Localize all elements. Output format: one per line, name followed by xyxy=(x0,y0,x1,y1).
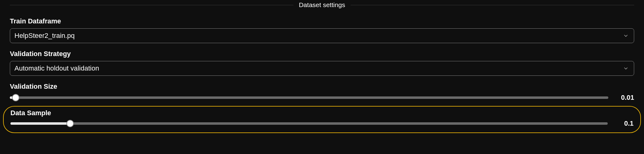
train-dataframe-label: Train Dataframe xyxy=(10,17,634,25)
data-sample-field: Data Sample 0.1 xyxy=(10,109,634,128)
data-sample-value: 0.1 xyxy=(616,120,634,128)
validation-strategy-label: Validation Strategy xyxy=(10,50,634,58)
chevron-down-icon xyxy=(623,33,629,39)
data-sample-highlight: Data Sample 0.1 xyxy=(3,106,641,133)
data-sample-slider-fill xyxy=(10,122,70,125)
validation-size-label: Validation Size xyxy=(10,83,634,91)
data-sample-slider[interactable] xyxy=(10,122,608,125)
validation-size-field: Validation Size 0.01 xyxy=(10,83,634,102)
validation-size-slider[interactable] xyxy=(10,96,608,99)
validation-strategy-field: Validation Strategy Automatic holdout va… xyxy=(10,50,634,76)
chevron-down-icon xyxy=(623,65,629,71)
data-sample-label: Data Sample xyxy=(10,109,634,117)
train-dataframe-field: Train Dataframe HelpSteer2_train.pq xyxy=(10,17,634,43)
validation-size-slider-thumb[interactable] xyxy=(12,94,19,101)
section-title: Dataset settings xyxy=(293,1,351,9)
validation-strategy-select[interactable]: Automatic holdout validation xyxy=(10,61,634,76)
validation-strategy-value: Automatic holdout validation xyxy=(14,64,99,72)
dataset-settings-panel: Dataset settings Train Dataframe HelpSte… xyxy=(0,1,644,139)
section-divider: Dataset settings xyxy=(10,1,634,9)
data-sample-slider-thumb[interactable] xyxy=(66,120,74,127)
validation-size-value: 0.01 xyxy=(617,94,634,102)
validation-size-row: 0.01 xyxy=(10,94,634,102)
data-sample-row: 0.1 xyxy=(10,120,634,128)
train-dataframe-value: HelpSteer2_train.pq xyxy=(14,32,75,40)
train-dataframe-select[interactable]: HelpSteer2_train.pq xyxy=(10,28,634,43)
